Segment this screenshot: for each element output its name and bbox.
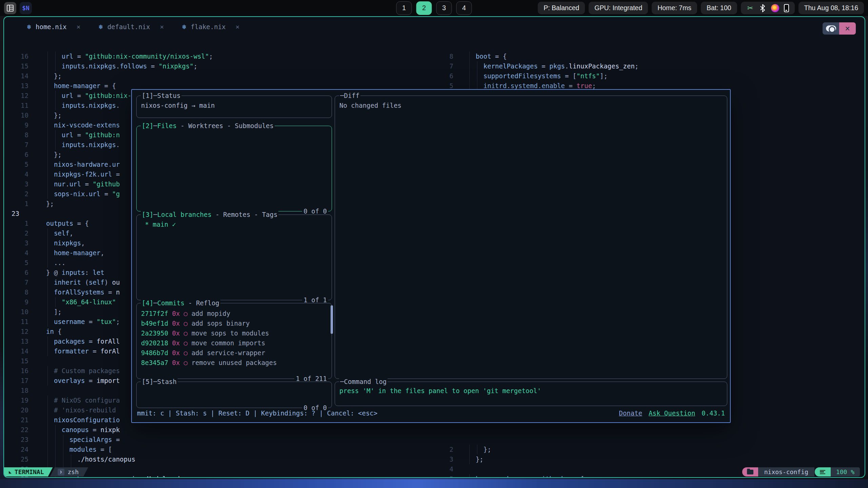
line-number: 6 — [441, 71, 458, 81]
code-text: kernelPackages = pkgs.linuxPackages_zen; — [468, 61, 865, 71]
phone-icon[interactable] — [784, 4, 789, 12]
code-tokens: # NixOS configura — [46, 396, 120, 404]
shell-segment[interactable]: ❯ zsh — [50, 467, 88, 476]
indent-guide — [47, 91, 48, 101]
code-tokens: # 'nixos-rebuild — [46, 406, 116, 414]
tab-default.nix[interactable]: ❄default.nix× — [91, 20, 172, 34]
nix-snowflake-icon: ❄ — [182, 23, 186, 31]
commits-scrollbar[interactable] — [331, 305, 333, 334]
tab-flake.nix[interactable]: ❄flake.nix× — [174, 20, 248, 34]
indent-guide — [477, 445, 477, 454]
editor-statusbar: ◣ TERMINAL ❯ zsh nixos-config 100 % — [4, 467, 865, 477]
line-number: 16 — [5, 52, 34, 61]
lazygit-branches-panel[interactable]: [3]─Local branches - Remotes - Tags * ma… — [136, 215, 332, 300]
zoom-level[interactable]: 100 % — [831, 467, 860, 476]
flame-icon[interactable] — [771, 4, 779, 12]
line-number: 11 — [5, 317, 34, 327]
project-folder-segment[interactable] — [742, 467, 758, 476]
code-tokens: nix-vscode-extens — [46, 121, 120, 129]
code-tokens: url = "github:nix-community/nixos-wsl"; — [46, 53, 213, 60]
commit-row[interactable]: d920218 0x ○ move common imports — [141, 338, 327, 348]
code-text: supportedFilesystems = ["ntfs"]; — [468, 71, 865, 81]
workspace-button-2[interactable]: 2 — [416, 1, 432, 15]
commit-row[interactable]: 2a23950 0x ○ move sops to modules — [141, 328, 327, 338]
lazygit-stash-panel[interactable]: [5]─Stash 0 of 0 — [136, 382, 332, 408]
close-tab-icon[interactable]: × — [77, 23, 81, 31]
code-tokens: nixosConfiguratio — [46, 416, 120, 424]
lazygit-diff-panel[interactable]: ─Diff No changed files — [335, 96, 727, 379]
lazygit-status-panel[interactable]: [1]─Status nixos-config → main — [136, 96, 332, 118]
indent-guide — [47, 248, 48, 258]
lazygit-files-panel[interactable]: [2]─Files - Worktrees - Submodules 0 of … — [136, 126, 332, 211]
line-number: 23 — [5, 435, 34, 445]
zoom-list-segment[interactable] — [815, 467, 831, 476]
indent-guide — [47, 140, 48, 150]
donate-link[interactable]: Donate — [619, 409, 642, 417]
battery-pill[interactable]: Bat: 100 — [701, 2, 737, 14]
indent-guide — [47, 61, 48, 71]
list-icon — [820, 470, 825, 474]
nix-snowflake-icon: ❄ — [27, 23, 31, 31]
ask-question-link[interactable]: Ask Question — [649, 409, 695, 417]
code-tokens: nur.url = "github — [46, 180, 120, 188]
line-number: 5 — [5, 258, 34, 268]
line-number: 24 — [5, 445, 34, 454]
ping-pill[interactable]: Home: 7ms — [652, 2, 697, 14]
indent-guide — [63, 435, 63, 445]
clock-pill[interactable]: Thu Aug 08, 18:16 — [798, 2, 864, 14]
line-number: 20 — [5, 405, 34, 415]
indent-guide — [47, 160, 48, 169]
scissors-icon[interactable]: ✂ — [747, 4, 754, 12]
lazygit-command-log-panel[interactable]: ─Command log press 'M' in the files pane… — [335, 382, 727, 406]
code-line: 16 url = "github:nix-community/nixos-wsl… — [5, 52, 441, 61]
lazygit-commits-panel[interactable]: [4]─Commits - Reflog 2717f2f 0x ○ add mo… — [136, 303, 332, 379]
code-tokens: inherit (self) ou — [46, 279, 120, 286]
workspace-button-3[interactable]: 3 — [436, 1, 452, 15]
code-tokens: overlays = import — [46, 377, 120, 384]
code-tokens: url = "github:n — [46, 131, 120, 139]
line-number: 4 — [5, 248, 34, 258]
lazygit-overlay: [1]─Status nixos-config → main [2]─Files… — [131, 89, 731, 423]
code-tokens: nixpkgs-f2k.url = — [46, 170, 120, 178]
mode-icon: ◣ — [9, 469, 12, 474]
commit-row[interactable]: 9486b7d 0x ○ add service-wrapper — [141, 348, 327, 358]
indent-guide — [47, 395, 48, 405]
editor-window: ❄home.nix×❄default.nix×❄flake.nix× × 16 … — [3, 16, 865, 478]
line-number: 7 — [5, 140, 34, 150]
code-tokens: sops-nix.url = "g — [46, 190, 120, 198]
project-name[interactable]: nixos-config — [758, 467, 814, 476]
indent-guide — [55, 91, 56, 101]
line-number: 9 — [5, 120, 34, 130]
close-tab-icon[interactable]: × — [160, 23, 164, 31]
close-tab-icon[interactable]: × — [236, 23, 240, 31]
commit-row[interactable]: 2717f2f 0x ○ add mopidy — [141, 309, 327, 319]
workspace-button-1[interactable]: 1 — [396, 1, 412, 15]
indent-guide — [55, 140, 56, 150]
bluetooth-icon[interactable] — [759, 4, 766, 12]
status-panel-title: [1]─Status — [141, 91, 181, 100]
nix-dollar-logo[interactable]: $N — [20, 2, 32, 14]
commit-row[interactable]: b49ef1d 0x ○ add sops binary — [141, 319, 327, 328]
code-line: 6 supportedFilesystems = ["ntfs"]; — [441, 71, 865, 81]
line-number: 1 — [5, 219, 34, 228]
line-number: 8 — [5, 130, 34, 140]
power-profile-pill[interactable]: P: Balanced — [538, 2, 585, 14]
app-launcher-icon[interactable] — [4, 2, 16, 14]
code-text: modules = [ — [46, 445, 441, 454]
code-tokens: # Custom packages — [46, 367, 120, 374]
close-window-button[interactable]: × — [839, 22, 856, 35]
code-tokens: outputs = { — [46, 220, 89, 227]
toggle-button[interactable] — [823, 22, 839, 35]
line-number: 15 — [5, 61, 34, 71]
line-number: 16 — [5, 366, 34, 376]
commit-row[interactable]: 8e345a7 0x ○ remove unused packages — [141, 358, 327, 368]
line-number: 14 — [5, 71, 34, 81]
workspace-button-4[interactable]: 4 — [456, 1, 472, 15]
indent-guide — [55, 101, 56, 110]
indent-guide — [47, 278, 48, 287]
tab-home.nix[interactable]: ❄home.nix× — [19, 20, 89, 34]
indent-guide — [47, 238, 48, 248]
code-tokens: canopus = nixpk — [46, 426, 120, 433]
indent-guide — [47, 169, 48, 179]
gpu-pill[interactable]: GPU: Integrated — [589, 2, 648, 14]
